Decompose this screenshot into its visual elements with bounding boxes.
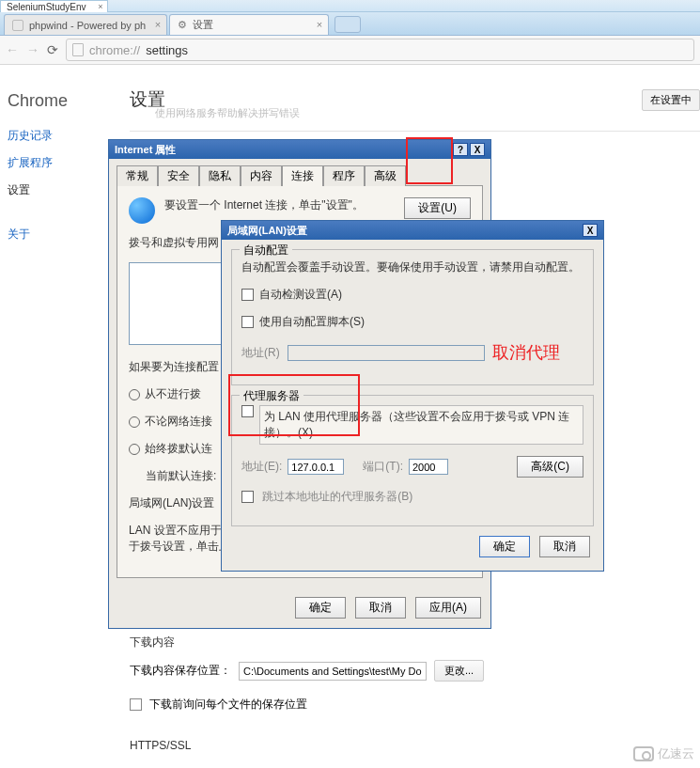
cancel-button[interactable]: 取消 [539,536,590,557]
dialog-title: 局域网(LAN)设置 [227,224,307,238]
auto-script-checkbox[interactable] [241,316,254,328]
search-settings-button[interactable]: 在设置中 [642,89,700,111]
page-icon [72,43,84,56]
auto-script-address [288,345,485,361]
app-title: SeleniumStudyEnv [7,2,86,12]
watermark-text: 亿速云 [658,745,694,762]
proxy-port-input[interactable] [409,459,448,475]
cancel-button[interactable]: 取消 [355,597,406,619]
use-proxy-label: 为 LAN 使用代理服务器（这些设置不会应用于拨号或 VPN 连接）。(X) [259,405,583,445]
bypass-local-checkbox[interactable] [241,491,254,503]
bypass-local-label: 跳过本地地址的代理服务器(B) [262,490,412,503]
sidebar-item-about[interactable]: 关于 [8,227,103,243]
toolbar: ← → ⟳ chrome://settings [0,36,700,65]
dialog-titlebar[interactable]: 局域网(LAN)设置 X [222,221,603,240]
new-tab-button[interactable] [334,16,361,33]
downloads-header: 下载内容 [130,635,656,650]
app-tab[interactable]: SeleniumStudyEnv × [0,0,108,12]
tab-programs[interactable]: 程序 [323,165,365,186]
sidebar-item-history[interactable]: 历史记录 [8,128,103,144]
tab-security[interactable]: 安全 [158,165,199,186]
setup-button[interactable]: 设置(U) [404,197,471,219]
gear-icon: ⚙ [178,19,187,31]
tab-connections[interactable]: 连接 [282,165,323,186]
radio-never[interactable] [129,389,140,400]
cancel-proxy-annotation: 取消代理 [492,341,560,364]
tab-settings[interactable]: ⚙ 设置 × [169,14,329,35]
url-path: settings [146,43,188,57]
close-tab-icon[interactable]: × [317,19,322,30]
watermark: 亿速云 [633,745,694,762]
addr-label: 地址(R) [241,345,280,361]
hint-text: 使用网络服务帮助解决拼写错误 [155,106,300,120]
close-icon[interactable]: X [470,143,485,156]
forward-button[interactable]: → [26,42,39,57]
auto-config-legend: 自动配置 [240,243,292,259]
watermark-icon [633,746,654,761]
download-loc-value: C:\Documents and Settings\test\My Do [239,662,427,681]
proxy-advanced-button[interactable]: 高级(C) [517,456,583,478]
tab-advanced[interactable]: 高级 [365,165,406,186]
reload-button[interactable]: ⟳ [47,42,58,57]
brand: Chrome [8,91,103,111]
address-bar[interactable]: chrome://settings [66,39,694,61]
proxy-address-input[interactable] [288,459,344,475]
url-scheme: chrome:// [89,43,140,57]
auto-config-group: 自动配置 自动配置会覆盖手动设置。要确保使用手动设置，请禁用自动配置。 自动检测… [231,249,594,385]
dialog-titlebar[interactable]: Internet 属性 ? X [109,140,490,159]
sidebar-item-extensions[interactable]: 扩展程序 [8,155,103,171]
close-icon[interactable]: X [583,224,598,237]
divider [130,131,700,132]
tab-label: 设置 [193,18,213,32]
ask-before-download-checkbox[interactable] [130,698,142,711]
download-loc-label: 下载内容保存位置： [130,663,231,679]
ask-before-download-label: 下载前询问每个文件的保存位置 [149,697,307,713]
dialog-tabs: 常规 安全 隐私 内容 连接 程序 高级 [117,165,483,185]
change-download-button[interactable]: 更改... [434,660,484,682]
back-button[interactable]: ← [6,42,19,57]
page-icon [12,20,23,31]
close-icon[interactable]: × [98,2,102,11]
close-tab-icon[interactable]: × [155,19,161,30]
tab-label: phpwind - Powered by ph [29,20,146,31]
proxy-port-label: 端口(T): [363,459,403,475]
auto-note: 自动配置会覆盖手动设置。要确保使用手动设置，请禁用自动配置。 [241,259,583,275]
tab-strip: phpwind - Powered by ph × ⚙ 设置 × [0,12,700,36]
radio-always[interactable] [129,444,140,455]
tab-content[interactable]: 内容 [241,165,282,186]
use-proxy-checkbox[interactable] [241,405,254,417]
globe-icon [129,197,155,224]
radio-dial[interactable] [129,416,140,428]
sidebar: Chrome 历史记录 扩展程序 设置 关于 [0,65,113,254]
tab-privacy[interactable]: 隐私 [199,165,241,186]
proxy-group: 代理服务器 为 LAN 使用代理服务器（这些设置不会应用于拨号或 VPN 连接）… [231,395,594,526]
setup-text: 要设置一个 Internet 连接，单击"设置"。 [164,197,404,213]
lan-settings-dialog: 局域网(LAN)设置 X 自动配置 自动配置会覆盖手动设置。要确保使用手动设置，… [221,220,604,572]
proxy-addr-label: 地址(E): [241,459,282,475]
auto-detect-checkbox[interactable] [241,289,254,301]
dialog-title: Internet 属性 [115,143,176,157]
ok-button[interactable]: 确定 [295,597,346,619]
help-icon[interactable]: ? [453,143,468,156]
tab-general[interactable]: 常规 [117,165,158,186]
https-header: HTTPS/SSL [130,739,656,752]
tab-phpwind[interactable]: phpwind - Powered by ph × [4,14,167,35]
apply-button[interactable]: 应用(A) [415,597,481,619]
proxy-legend: 代理服务器 [240,388,303,404]
ok-button[interactable]: 确定 [479,536,530,557]
sidebar-item-settings[interactable]: 设置 [8,182,103,198]
